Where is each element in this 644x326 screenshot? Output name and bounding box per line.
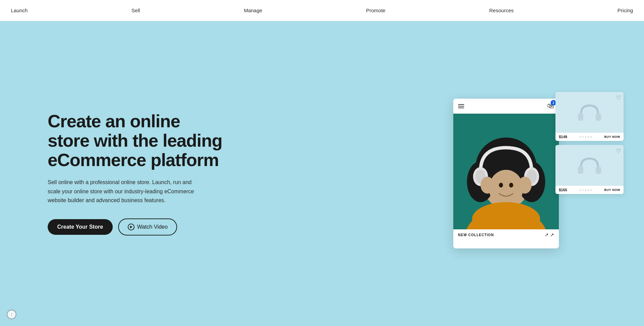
hero-buttons: Create Your Store Watch Video [48, 218, 225, 235]
scroll-to-top-button[interactable]: ↑ [7, 310, 16, 319]
store-preview-card: 🛍 2 [453, 99, 559, 248]
cart-badge: 🛍 2 [547, 102, 554, 110]
nav-link-resources[interactable]: Resources [489, 7, 514, 13]
nav-link-sell[interactable]: Sell [131, 7, 140, 13]
scroll-indicator-icon: ↑ [11, 312, 13, 317]
product-card-1-footer: $149 ★★★★★ BUY NOW [555, 133, 624, 141]
svg-point-9 [499, 183, 503, 188]
nav-links: Launch Sell Manage Promote Resources Pri… [0, 0, 644, 21]
svg-rect-18 [578, 113, 583, 121]
hero-subtitle: Sell online with a professional online s… [48, 178, 198, 205]
product-1-buy-label: BUY NOW [604, 135, 620, 138]
product-panel: ♡ $149 ★★★★★ BUY NOW [555, 92, 624, 194]
nav-link-manage[interactable]: Manage [244, 7, 262, 13]
nav-left: wix eCommerce Launch Sell Manage Promote… [11, 5, 59, 16]
product-2-price: $165 [559, 188, 567, 192]
product-card-1-image: ♡ [555, 92, 624, 133]
hero-section: Create an online store with the leading … [0, 21, 644, 326]
svg-rect-20 [578, 166, 583, 174]
product-card-2-image: ♡ [555, 145, 624, 186]
hero-cta-secondary-label: Watch Video [137, 224, 168, 230]
hero-illustration: 🛍 2 [453, 92, 624, 255]
product-2-stars: ★★★★★ [579, 189, 592, 192]
hamburger-menu-icon [458, 104, 464, 108]
arrows-icon: ↗ ↗ [545, 232, 554, 238]
arrow-right-up-2: ↗ [550, 232, 554, 238]
nav-link-launch[interactable]: Launch [11, 7, 28, 13]
play-icon [128, 224, 135, 230]
new-collection-label: NEW COLLECTION [458, 233, 494, 237]
navbar: wix eCommerce Launch Sell Manage Promote… [0, 0, 644, 21]
arrow-right-up-1: ↗ [545, 232, 549, 238]
product-card-2-footer: $165 ★★★★★ BUY NOW [555, 186, 624, 194]
hero-title: Create an online store with the leading … [48, 112, 225, 170]
svg-point-8 [489, 170, 523, 207]
store-card-image [453, 114, 559, 229]
svg-point-15 [481, 177, 494, 194]
store-card-footer: NEW COLLECTION ↗ ↗ [453, 229, 559, 240]
heart-icon-1: ♡ [616, 95, 621, 101]
product-card-1: ♡ $149 ★★★★★ BUY NOW [555, 92, 624, 141]
hero-content: Create an online store with the leading … [48, 112, 225, 236]
svg-point-10 [509, 183, 513, 188]
store-card-header: 🛍 2 [453, 99, 559, 114]
hero-cta-primary[interactable]: Create Your Store [48, 219, 113, 235]
nav-link-pricing[interactable]: Pricing [617, 7, 633, 13]
product-2-buy-label: BUY NOW [604, 188, 620, 192]
heart-icon-2: ♡ [616, 148, 621, 154]
svg-rect-19 [596, 113, 601, 121]
hero-cta-secondary[interactable]: Watch Video [118, 218, 177, 235]
product-card-2: ♡ $165 ★★★★★ BUY NOW [555, 145, 624, 194]
svg-rect-21 [596, 166, 601, 174]
svg-point-16 [518, 177, 532, 194]
product-1-stars: ★★★★★ [579, 135, 592, 138]
nav-link-promote[interactable]: Promote [366, 7, 386, 13]
product-1-price: $149 [559, 135, 567, 139]
